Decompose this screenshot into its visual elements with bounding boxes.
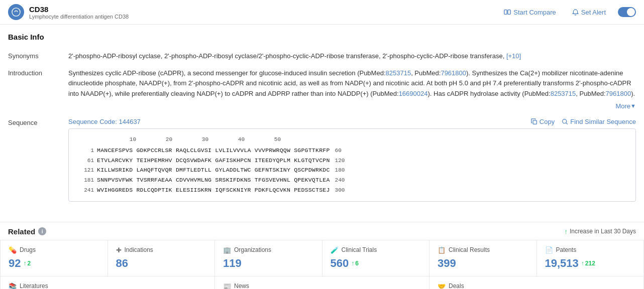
news-icon: 📰 [223, 282, 231, 289]
clinical-trials-icon: 🧪 [331, 246, 339, 254]
stat-patents: 📄 Patents 19,513 ↑ 212 [537, 240, 645, 276]
start-compare-button[interactable]: Start Compare [500, 7, 560, 18]
entity-icon [8, 4, 24, 20]
drugs-value: 92 [9, 257, 21, 270]
stat-news: 📰 News 234 ↑ 7 [215, 276, 430, 289]
stats-grid: 💊 Drugs 92 ↑ 2 ✚ Indications 86 🏢 Organi… [0, 240, 644, 276]
pubmed-link-1[interactable]: 8253715 [386, 69, 411, 77]
synonyms-more-link[interactable]: [+10] [506, 52, 521, 60]
introduction-row: Introduction Synthesizes cyclic ADP-ribo… [8, 68, 636, 111]
entity-title: CD38 [29, 5, 129, 14]
sequence-actions: Copy Find Similar Sequence [531, 118, 636, 125]
pubmed-link-2[interactable]: 7961800 [441, 69, 466, 77]
intro-more-area: More ▼ [68, 101, 636, 111]
drugs-delta: ↑ 2 [23, 260, 31, 267]
related-header: Related i ↑ Increase in Last 30 Days [0, 222, 644, 240]
literatures-icon: 📚 [9, 282, 17, 289]
copy-icon [531, 118, 538, 125]
header-left: CD38 Lymphocyte differentiation antigen … [8, 4, 129, 20]
pubmed-link-5[interactable]: 7961800 [606, 90, 631, 97]
toggle-switch[interactable] [618, 7, 636, 17]
svg-point-0 [12, 8, 20, 16]
copy-button[interactable]: Copy [531, 118, 555, 125]
related-title: Related i [8, 227, 46, 236]
drugs-icon: 💊 [9, 246, 17, 254]
sequence-row: Sequence Sequence Code: 144637 Copy [8, 118, 636, 201]
clinical-results-value: 399 [438, 257, 456, 270]
deals-label: Deals [449, 282, 464, 289]
increase-up-arrow-icon: ↑ [564, 228, 568, 235]
entity-subtitle: Lymphocyte differentiation antigen CD38 [29, 14, 129, 20]
clinical-trials-label: Clinical Trials [342, 246, 377, 253]
indications-icon: ✚ [116, 246, 122, 254]
introduction-text: Synthesizes cyclic ADP-ribose (cADPR), a… [68, 68, 636, 99]
pubmed-link-4[interactable]: 8253715 [551, 90, 576, 97]
seq-line-1: 1MANCEFSPVS GDKPCCRLSR RAQLCLGVSI LVLILV… [77, 146, 627, 156]
seq-line-5: 241WVIHGGREDS RDLCQDPTIK ELESIISKRN IQFS… [77, 185, 627, 195]
sequence-box: 10 20 30 40 50 1MANCEFSPVS GDKPCCRLSR RA… [68, 128, 636, 201]
seq-line-3: 121KILLWSRIKD LAHQFTQVQR DMFTLEDTLL GYLA… [77, 165, 627, 175]
compare-icon [504, 9, 511, 16]
clinical-results-icon: 📋 [438, 246, 446, 254]
pubmed-link-3[interactable]: 16690024 [399, 90, 428, 97]
patents-delta: ↑ 212 [581, 260, 595, 267]
toggle-knob [627, 8, 635, 16]
alert-icon [572, 9, 579, 16]
app-header: CD38 Lymphocyte differentiation antigen … [0, 0, 644, 25]
deals-icon: 🤝 [438, 282, 446, 289]
patents-label: Patents [556, 246, 577, 253]
stat-organizations: 🏢 Organizations 119 [215, 240, 323, 276]
organizations-label: Organizations [234, 246, 271, 253]
stat-deals: 🤝 Deals 20 [430, 276, 644, 289]
main-content: Basic Info Synonyms 2'-phospho-ADP-ribos… [0, 25, 644, 217]
basic-info-title: Basic Info [8, 33, 636, 44]
drugs-delta-arrow-icon: ↑ [23, 260, 26, 267]
synonyms-label: Synonyms [8, 51, 68, 60]
more-link[interactable]: More [615, 101, 630, 111]
synonyms-value: 2'-phospho-ADP-ribosyl cyclase, 2'-phosp… [68, 51, 636, 61]
sequence-label: Sequence [8, 118, 68, 126]
stat-drugs: 💊 Drugs 92 ↑ 2 [1, 240, 108, 276]
stat-indications: ✚ Indications 86 [108, 240, 216, 276]
synonyms-row: Synonyms 2'-phospho-ADP-ribosyl cyclase,… [8, 51, 636, 61]
organizations-icon: 🏢 [223, 246, 231, 254]
stat-clinical-trials: 🧪 Clinical Trials 560 ↑ 6 [323, 240, 430, 276]
patents-delta-arrow-icon: ↑ [581, 260, 584, 267]
increase-label: ↑ Increase in Last 30 Days [564, 228, 636, 235]
find-similar-icon [562, 118, 568, 125]
find-similar-button[interactable]: Find Similar Sequence [562, 118, 636, 125]
more-arrow-icon: ▼ [630, 102, 636, 110]
seq-line-2: 61ETVLARCVKY TEIHPEMRHV DCQSVWDAFK GAFIS… [77, 156, 627, 166]
patents-delta-value: 212 [585, 260, 595, 267]
clinical-trials-delta: ↑ 6 [351, 260, 359, 267]
news-label: News [234, 282, 249, 289]
svg-rect-3 [533, 120, 536, 124]
drugs-label: Drugs [20, 246, 36, 253]
seq-ruler: 10 20 30 40 50 [100, 135, 627, 144]
header-right: Start Compare Set Alert [500, 7, 636, 18]
drugs-delta-value: 2 [27, 260, 31, 267]
indications-label: Indications [125, 246, 153, 253]
indications-value: 86 [116, 257, 128, 270]
literatures-label: Literatures [20, 282, 48, 289]
patents-icon: 📄 [545, 246, 553, 254]
sequence-container: Sequence Code: 144637 Copy [68, 118, 636, 201]
related-info-icon[interactable]: i [38, 227, 46, 235]
set-alert-button[interactable]: Set Alert [568, 7, 610, 18]
sequence-code-link[interactable]: Sequence Code: 144637 [68, 118, 141, 125]
sequence-header: Sequence Code: 144637 Copy [68, 118, 636, 125]
patents-value: 19,513 [545, 257, 579, 270]
ct-delta-arrow-icon: ↑ [351, 260, 354, 267]
introduction-label: Introduction [8, 68, 68, 77]
stat-literatures: 📚 Literatures 8,901 [1, 276, 215, 289]
clinical-trials-value: 560 [331, 257, 349, 270]
ct-delta-value: 6 [355, 260, 359, 267]
stat-clinical-results: 📋 Clinical Results 399 [430, 240, 537, 276]
clinical-results-label: Clinical Results [449, 246, 490, 253]
organizations-value: 119 [223, 257, 242, 270]
svg-rect-2 [508, 10, 510, 15]
introduction-value: Synthesizes cyclic ADP-ribose (cADPR), a… [68, 68, 636, 111]
seq-line-4: 181SNNPVSVFWK TVSRRFAEAA CDVVHVMLNG SRSK… [77, 175, 627, 185]
svg-rect-1 [504, 10, 507, 15]
stats-grid-row2: 📚 Literatures 8,901 📰 News 234 ↑ 7 🤝 Dea… [0, 276, 644, 289]
